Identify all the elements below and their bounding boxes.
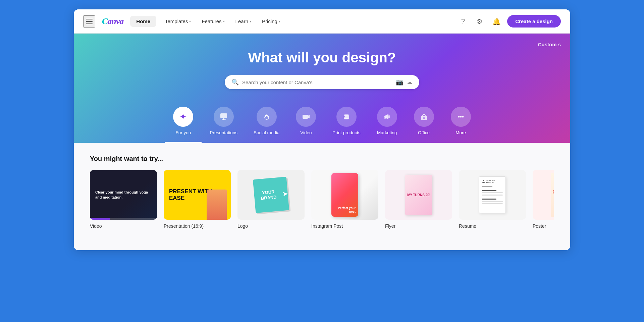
for-you-icon: ✦ xyxy=(173,107,193,127)
svg-point-13 xyxy=(460,116,462,118)
nav-features[interactable]: Features ▾ xyxy=(197,16,229,27)
category-row: ✦ For you Presentations xyxy=(74,103,570,143)
resume-line xyxy=(482,195,503,196)
card-instagram-thumb: Perfect your post xyxy=(311,170,378,220)
chevron-down-icon: ▾ xyxy=(223,19,225,23)
svg-rect-0 xyxy=(220,113,227,118)
video-icon xyxy=(296,107,316,127)
category-presentations[interactable]: Presentations xyxy=(202,103,246,143)
category-more[interactable]: More xyxy=(442,103,479,143)
home-button[interactable]: Home xyxy=(130,16,156,27)
svg-rect-6 xyxy=(344,118,348,119)
svg-rect-5 xyxy=(344,114,348,116)
marketing-icon xyxy=(377,107,397,127)
question-circle-icon: ? xyxy=(461,17,465,25)
card-video[interactable]: Clear your mind through yoga and meditat… xyxy=(90,170,157,229)
resume-line xyxy=(482,201,503,202)
svg-rect-2 xyxy=(222,119,226,120)
category-video[interactable]: Video xyxy=(287,103,324,143)
chevron-down-icon: ▾ xyxy=(279,19,280,23)
help-button[interactable]: ? xyxy=(457,15,469,28)
instagram-mockup: Perfect your post xyxy=(331,173,358,217)
suggestion-cards-row: Clear your mind through yoga and meditat… xyxy=(90,170,554,229)
card-poster[interactable]: COUNT THE SMILES Poster xyxy=(533,170,554,229)
office-icon xyxy=(414,107,434,127)
poster-thumb-text: COUNT THE SMILES xyxy=(551,189,554,201)
card-poster-label: Poster xyxy=(533,223,546,229)
category-marketing[interactable]: Marketing xyxy=(369,103,406,143)
card-instagram[interactable]: Perfect your post Instagram Post xyxy=(311,170,378,229)
card-logo-thumb: YOUR BRAND ➤ xyxy=(237,170,305,220)
nav-templates[interactable]: Templates ▾ xyxy=(160,16,196,27)
resume-line xyxy=(482,203,503,204)
flyer-mockup: IVY TURNS 20! xyxy=(405,175,432,215)
social-media-icon xyxy=(257,107,277,127)
card-flyer-thumb: IVY TURNS 20! xyxy=(385,170,452,220)
content-area: You might want to try... Clear your mind… xyxy=(74,143,570,250)
svg-rect-3 xyxy=(303,115,308,119)
svg-point-14 xyxy=(462,116,464,118)
category-for-you-label: For you xyxy=(176,130,191,135)
category-for-you[interactable]: ✦ For you xyxy=(165,103,202,143)
category-office[interactable]: Office xyxy=(406,103,442,143)
flyer-thumb-text: IVY TURNS 20! xyxy=(407,193,430,197)
hero-title: What will you design? xyxy=(74,50,570,66)
resume-line xyxy=(482,199,496,200)
chevron-down-icon: ▾ xyxy=(250,19,251,23)
hero-section: Custom s What will you design? 🔍 📷 ☁ ✦ F… xyxy=(74,34,570,143)
settings-button[interactable]: ⚙ xyxy=(474,15,486,28)
resume-line xyxy=(482,186,492,187)
resume-line xyxy=(482,192,503,193)
card-video-thumb: Clear your mind through yoga and meditat… xyxy=(90,170,157,220)
card-presentation-thumb: PRESENT WITH EASE xyxy=(164,170,231,220)
category-print-products[interactable]: Print products xyxy=(324,103,368,143)
nav-right: ? ⚙ 🔔 Create a design xyxy=(457,15,561,28)
card-resume-thumb: JACQUELINE THOMPSON xyxy=(459,170,526,220)
poster-mockup: COUNT THE SMILES xyxy=(551,173,554,217)
logo-arrow-icon: ➤ xyxy=(282,191,288,198)
notifications-button[interactable]: 🔔 xyxy=(490,15,502,28)
card-resume[interactable]: JACQUELINE THOMPSON Resume xyxy=(459,170,526,229)
card-flyer[interactable]: IVY TURNS 20! Flyer xyxy=(385,170,452,229)
category-social-media-label: Social media xyxy=(254,130,279,135)
resume-mockup: JACQUELINE THOMPSON xyxy=(479,176,506,213)
presentations-icon xyxy=(214,107,234,127)
search-actions: 📷 ☁ xyxy=(396,78,413,86)
card-presentation-label: Presentation (16:9) xyxy=(164,223,204,229)
logo-thumb-text: YOUR BRAND xyxy=(254,189,283,201)
search-icon: 🔍 xyxy=(231,78,239,86)
category-presentations-label: Presentations xyxy=(210,130,237,135)
category-social-media[interactable]: Social media xyxy=(246,103,287,143)
card-logo[interactable]: YOUR BRAND ➤ Logo xyxy=(237,170,305,229)
camera-icon[interactable]: 📷 xyxy=(396,78,403,86)
category-video-label: Video xyxy=(300,130,312,135)
card-presentation[interactable]: PRESENT WITH EASE Presentation (16:9) xyxy=(164,170,231,229)
resume-line xyxy=(482,190,496,191)
nav-learn[interactable]: Learn ▾ xyxy=(231,16,256,27)
hamburger-menu[interactable] xyxy=(83,15,95,28)
nav-links: Templates ▾ Features ▾ Learn ▾ Pricing ▾ xyxy=(160,16,454,27)
card-poster-thumb: COUNT THE SMILES xyxy=(533,170,554,220)
video-progress-fill xyxy=(90,218,110,220)
card-resume-label: Resume xyxy=(459,223,476,229)
canva-logo: Canva xyxy=(102,16,123,26)
navbar: Canva Home Templates ▾ Features ▾ Learn … xyxy=(74,9,570,34)
chevron-down-icon: ▾ xyxy=(189,19,191,23)
category-print-label: Print products xyxy=(332,130,360,135)
resume-name-text: JACQUELINE THOMPSON xyxy=(482,179,503,183)
custom-size-link[interactable]: Custom s xyxy=(538,42,561,47)
bell-icon: 🔔 xyxy=(492,17,501,25)
search-input[interactable] xyxy=(242,79,396,85)
more-icon xyxy=(451,107,471,127)
instagram-thumb-text: Perfect your post xyxy=(334,206,356,214)
nav-pricing[interactable]: Pricing ▾ xyxy=(257,16,285,27)
card-logo-label: Logo xyxy=(237,223,248,229)
create-design-button[interactable]: Create a design xyxy=(507,15,561,28)
upload-icon[interactable]: ☁ xyxy=(407,78,413,86)
main-container: Canva Home Templates ▾ Features ▾ Learn … xyxy=(74,9,570,250)
video-progress-bar xyxy=(90,218,157,220)
gear-icon: ⚙ xyxy=(477,17,483,25)
card-video-label: Video xyxy=(90,223,102,229)
card-instagram-label: Instagram Post xyxy=(311,223,343,229)
card-flyer-label: Flyer xyxy=(385,223,395,229)
